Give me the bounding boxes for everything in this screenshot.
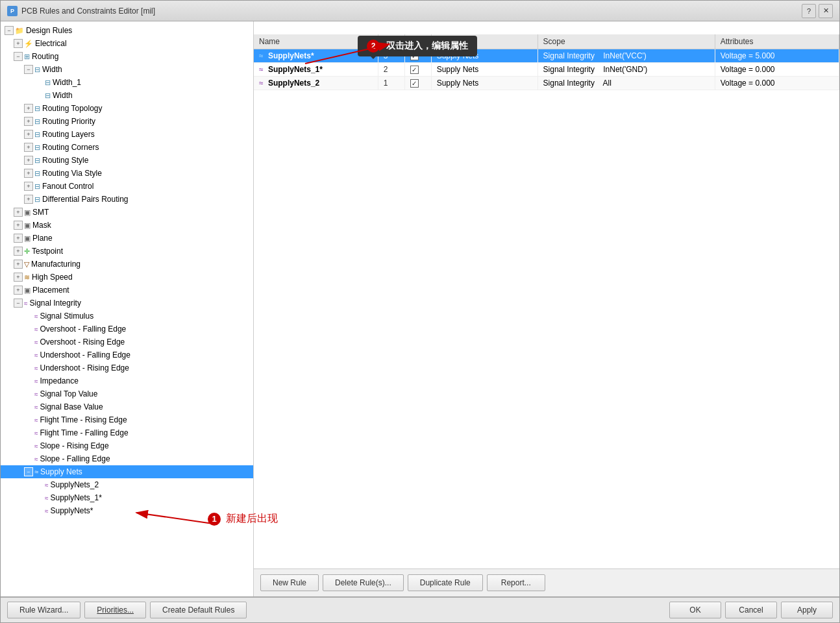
tree-label-signal-integrity: Signal Integrity <box>30 299 81 308</box>
tree-item-overshoot-falling[interactable]: ≈ Overshoot - Falling Edge <box>1 323 253 336</box>
tree-item-width[interactable]: − ⊟ Width <box>1 63 253 76</box>
expand-manufacturing[interactable]: + <box>14 260 23 269</box>
help-button[interactable]: ? <box>802 4 816 18</box>
tree-item-signal-top[interactable]: ≈ Signal Top Value <box>1 387 253 400</box>
table-row[interactable]: ≈ SupplyNets* 3 ✓ Supply Nets Signal Int… <box>254 49 839 63</box>
cell-check-1: ✓ <box>404 63 431 77</box>
tree-item-impedance[interactable]: ≈ Impedance <box>1 374 253 387</box>
no-expand-supplynets <box>34 506 43 515</box>
ok-button[interactable]: OK <box>669 602 721 618</box>
tree-label-placement: Placement <box>32 286 69 295</box>
duplicate-rule-button[interactable]: Duplicate Rule <box>408 574 483 591</box>
priorities-button[interactable]: Priorities... <box>84 602 146 618</box>
tree-item-smt[interactable]: + ▣ SMT <box>1 206 253 219</box>
tree-item-signal-integrity[interactable]: − ≈ Signal Integrity <box>1 297 253 310</box>
no-expand-signal-base <box>24 402 33 411</box>
tree-item-manufacturing[interactable]: + ▽ Manufacturing <box>1 258 253 271</box>
tree-item-flight-rising[interactable]: ≈ Flight Time - Rising Edge <box>1 413 253 426</box>
tree-item-flight-falling[interactable]: ≈ Flight Time - Falling Edge <box>1 426 253 439</box>
tree-item-routing-topology[interactable]: + ⊟ Routing Topology <box>1 102 253 115</box>
tree-item-slope-rising[interactable]: ≈ Slope - Rising Edge <box>1 439 253 452</box>
tree-item-routing[interactable]: − ⊞ Routing <box>1 50 253 63</box>
tree-item-width-1[interactable]: ⊟ Width_1 <box>1 76 253 89</box>
tree-item-routing-style[interactable]: + ⊟ Routing Style <box>1 154 253 167</box>
expand-high-speed[interactable]: + <box>14 273 23 282</box>
expand-routing-via-style[interactable]: + <box>24 169 33 178</box>
apply-button[interactable]: Apply <box>781 602 833 618</box>
tree-label-overshoot-falling: Overshoot - Falling Edge <box>40 324 127 334</box>
no-expand-slope-falling <box>24 454 33 463</box>
expand-electrical[interactable]: + <box>14 39 23 48</box>
expand-routing-style[interactable]: + <box>24 156 33 165</box>
tree-item-supply-nets[interactable]: − ≈ Supply Nets <box>1 465 253 478</box>
tree-label-plane: Plane <box>32 234 53 243</box>
tree-item-placement[interactable]: + ▣ Placement <box>1 284 253 297</box>
expand-supply-nets[interactable]: − <box>24 467 33 476</box>
tree-item-electrical[interactable]: + ⚡ Electrical <box>1 37 253 50</box>
tree-item-mask[interactable]: + ▣ Mask <box>1 219 253 232</box>
expand-placement[interactable]: + <box>14 286 23 295</box>
delete-rule-button[interactable]: Delete Rule(s)... <box>323 574 404 591</box>
tree-item-supplynets-2[interactable]: ≈ SupplyNets_2 <box>1 478 253 491</box>
checkbox-2[interactable]: ✓ <box>410 79 419 88</box>
expand-mask[interactable]: + <box>14 221 23 230</box>
table-row[interactable]: ≈ SupplyNets_2 1 ✓ Supply Nets Signal In… <box>254 77 839 90</box>
expand-testpoint[interactable]: + <box>14 247 23 256</box>
table-row[interactable]: ≈ SupplyNets_1* 2 ✓ Supply Nets Signal I… <box>254 63 839 77</box>
tree-item-design-rules[interactable]: − 📁 Design Rules <box>1 24 253 37</box>
report-button[interactable]: Report... <box>487 574 545 591</box>
tree-label-flight-falling: Flight Time - Falling Edge <box>40 428 129 437</box>
tree-item-undershoot-rising[interactable]: ≈ Undershoot - Rising Edge <box>1 361 253 374</box>
expand-fanout-control[interactable]: + <box>24 182 33 191</box>
expand-routing-topology[interactable]: + <box>24 104 33 113</box>
tree-item-routing-via-style[interactable]: + ⊟ Routing Via Style <box>1 167 253 180</box>
diff-pairs-icon: ⊟ <box>34 195 40 204</box>
expand-routing-layers[interactable]: + <box>24 130 33 139</box>
tree-item-supplynets-1[interactable]: ≈ SupplyNets_1* <box>1 491 253 504</box>
smt-icon: ▣ <box>24 208 31 217</box>
checkbox-1[interactable]: ✓ <box>410 66 419 74</box>
rules-table: Name Category Scope Attributes <box>254 21 839 568</box>
cancel-button[interactable]: Cancel <box>725 602 777 618</box>
expand-plane[interactable]: + <box>14 234 23 243</box>
expand-design-rules[interactable]: − <box>5 26 14 35</box>
footer-right: OK Cancel Apply <box>669 602 833 618</box>
tree-item-testpoint[interactable]: + ✛ Testpoint <box>1 245 253 258</box>
slope-falling-icon: ≈ <box>34 456 38 463</box>
tree-item-plane[interactable]: + ▣ Plane <box>1 232 253 245</box>
tree-item-high-speed[interactable]: + ≋ High Speed <box>1 271 253 284</box>
tree-item-signal-base[interactable]: ≈ Signal Base Value <box>1 400 253 413</box>
create-default-rules-button[interactable]: Create Default Rules <box>150 602 247 618</box>
tree-label-signal-stimulus: Signal Stimulus <box>40 312 94 321</box>
tree-item-signal-stimulus[interactable]: ≈ Signal Stimulus <box>1 310 253 323</box>
tree-item-routing-priority[interactable]: + ⊟ Routing Priority <box>1 115 253 128</box>
footer-bar: Rule Wizard... Priorities... Create Defa… <box>1 596 839 622</box>
close-button[interactable]: ✕ <box>819 4 833 18</box>
tree-item-supplynets[interactable]: ≈ SupplyNets* <box>1 504 253 517</box>
expand-diff-pairs[interactable]: + <box>24 195 33 204</box>
row-name-1: SupplyNets_1* <box>268 65 323 74</box>
tree-item-overshoot-rising[interactable]: ≈ Overshoot - Rising Edge <box>1 336 253 348</box>
expand-routing-priority[interactable]: + <box>24 117 33 126</box>
high-speed-icon: ≋ <box>24 273 30 282</box>
electrical-icon: ⚡ <box>24 40 33 48</box>
expand-routing-corners[interactable]: + <box>24 143 33 152</box>
supply-nets-icon: ≈ <box>34 468 38 476</box>
tree-item-width-rule[interactable]: ⊟ Width <box>1 89 253 102</box>
tree-item-routing-corners[interactable]: + ⊟ Routing Corners <box>1 141 253 154</box>
expand-width[interactable]: − <box>24 65 33 74</box>
overshoot-falling-icon: ≈ <box>34 326 38 333</box>
expand-smt[interactable]: + <box>14 208 23 217</box>
tree-item-diff-pairs[interactable]: + ⊟ Differential Pairs Routing <box>1 193 253 206</box>
width-1-icon: ⊟ <box>45 79 51 87</box>
tree-item-fanout-control[interactable]: + ⊟ Fanout Control <box>1 180 253 193</box>
new-rule-button[interactable]: New Rule <box>260 574 319 591</box>
tree-item-routing-layers[interactable]: + ⊟ Routing Layers <box>1 128 253 141</box>
expand-routing[interactable]: − <box>14 52 23 61</box>
rules-table-element: Name Category Scope Attributes <box>254 34 839 90</box>
expand-signal-integrity[interactable]: − <box>14 299 23 308</box>
tree-item-slope-falling[interactable]: ≈ Slope - Falling Edge <box>1 452 253 465</box>
tree-item-undershoot-falling[interactable]: ≈ Undershoot - Falling Edge <box>1 348 253 361</box>
rule-wizard-button[interactable]: Rule Wizard... <box>7 602 80 618</box>
no-expand-width-1 <box>34 78 43 87</box>
